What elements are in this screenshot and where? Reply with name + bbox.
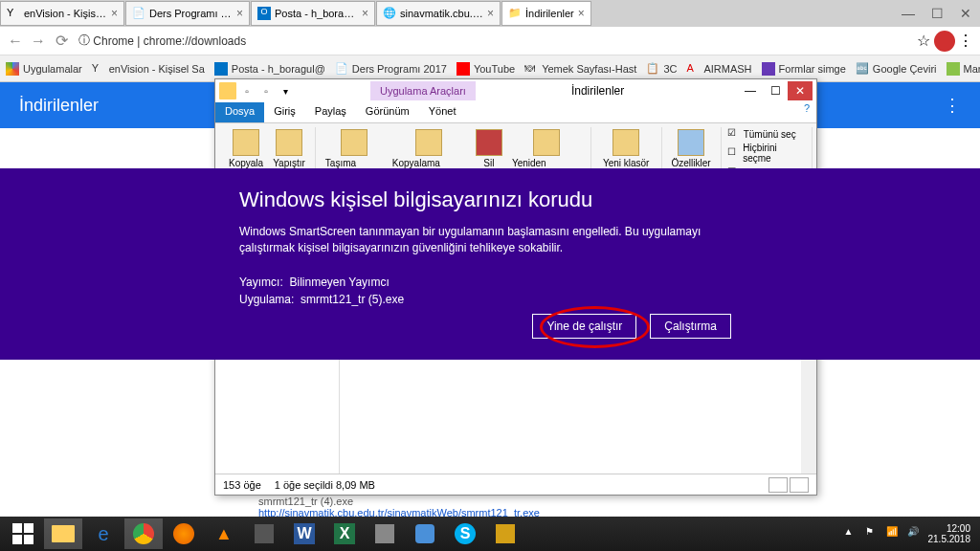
taskbar-app[interactable] [486, 518, 524, 549]
taskbar: e ▲ W X S ▲ ⚑ 📶 🔊 12:00 21.5.2018 [0, 517, 980, 551]
tab-label: sinavmatik.cbu.edu.tr/sin [400, 8, 483, 19]
youtube-icon [457, 62, 470, 76]
url-input[interactable]: ⓘ Chrome | chrome://downloads [73, 31, 913, 52]
taskbar-excel[interactable]: X [325, 518, 364, 549]
taskbar-app[interactable] [366, 518, 404, 549]
dialog-title: Windows kişisel bilgisayarınızı korudu [239, 187, 741, 212]
minimize-icon[interactable]: — [894, 2, 923, 25]
ribbon-tabs: Dosya Giriş Paylaş Görünüm Yönet ? [215, 102, 816, 123]
statusbar: 153 öğe 1 öğe seçildi 8,09 MB [215, 474, 816, 495]
explorer-titlebar[interactable]: ▫ ▫ ▾ Uygulama Araçları İndirilenler — ☐… [215, 79, 816, 102]
download-item[interactable]: smrmt121_tr (4).exe http://sinavmatik.cb… [258, 496, 540, 518]
view-details-button[interactable] [768, 477, 788, 493]
back-button[interactable]: ← [4, 30, 27, 53]
taskbar-skype[interactable]: S [446, 518, 484, 549]
menu-icon[interactable]: ⋮ [955, 31, 976, 52]
app-icon [496, 524, 515, 543]
browser-tab-active[interactable]: 📁İndirilenler× [501, 1, 591, 26]
forward-button[interactable]: → [27, 30, 50, 53]
tab-label: İndirilenler [525, 8, 574, 19]
qat-icon[interactable]: ▫ [257, 82, 275, 99]
taskbar-word[interactable]: W [285, 518, 323, 549]
context-tab[interactable]: Uygulama Araçları [370, 81, 476, 100]
view-icons-button[interactable] [790, 477, 809, 493]
run-anyway-button[interactable]: Yine de çalıştır [532, 314, 636, 339]
firefox-icon [173, 523, 194, 544]
tray-network-icon[interactable]: 📶 [886, 526, 902, 541]
minimize-icon[interactable]: — [738, 81, 763, 100]
taskbar-ie[interactable]: e [84, 518, 122, 549]
ribbon-tab-manage[interactable]: Yönet [419, 102, 466, 122]
bookmark-icon: Y [92, 62, 105, 76]
browser-tab[interactable]: OPosta - h_boragul@hotm× [251, 1, 375, 26]
close-icon[interactable]: × [487, 7, 494, 20]
taskbar-firefox[interactable] [165, 518, 203, 549]
bookmark-item[interactable]: YouTube [457, 62, 515, 76]
tab-label: Ders Programı 2017-201 [149, 8, 233, 19]
maximize-icon[interactable]: ☐ [763, 81, 788, 100]
bookmark-item[interactable]: 📋3C [646, 62, 677, 76]
bookmark-item[interactable]: YenVision - Kişisel Sa [92, 62, 205, 76]
browser-tab[interactable]: YenVision - Kişisel Sayfam× [0, 1, 124, 26]
dont-run-button[interactable]: Çalıştırma [650, 314, 731, 339]
tab-icon: 📄 [132, 7, 145, 20]
bookmark-icon: A [686, 62, 700, 76]
close-icon[interactable]: ✕ [951, 2, 980, 25]
tray-chevron-icon[interactable]: ▲ [844, 526, 859, 541]
properties-button[interactable]: Özellikler [668, 127, 715, 170]
bookmark-item[interactable]: 🔤Google Çeviri [856, 62, 937, 76]
close-icon[interactable]: × [111, 7, 118, 20]
tab-icon: O [257, 7, 271, 20]
taskbar-app[interactable] [245, 518, 283, 549]
help-icon[interactable]: ? [797, 102, 816, 122]
folder-icon [52, 525, 75, 542]
copy-button[interactable]: Kopyala [225, 127, 267, 170]
bookmark-item[interactable]: Marketagent.com: B [947, 62, 981, 76]
smartscreen-dialog: Windows kişisel bilgisayarınızı korudu W… [0, 168, 980, 360]
qat-icon[interactable]: ▫ [238, 82, 256, 99]
paste-icon [276, 129, 302, 156]
ribbon-tab-view[interactable]: Görünüm [356, 102, 419, 122]
taskbar-chrome[interactable] [124, 518, 163, 549]
taskbar-app[interactable] [406, 518, 444, 549]
menu-icon[interactable]: ⋮ [944, 95, 961, 116]
bookmark-item[interactable]: Formlar simge [762, 62, 846, 76]
maximize-icon[interactable]: ☐ [923, 2, 951, 25]
ribbon-tab-share[interactable]: Paylaş [305, 102, 356, 122]
newfolder-button[interactable]: Yeni klasör [599, 127, 654, 170]
tab-icon: Y [7, 7, 20, 20]
close-icon[interactable]: × [362, 7, 368, 20]
taskbar-explorer[interactable] [44, 518, 82, 549]
svg-rect-0 [12, 523, 22, 533]
selectnone-button[interactable]: ☐Hiçbirini seçme [727, 143, 806, 164]
bookmark-item[interactable]: AAIRMASH [686, 62, 751, 76]
qat-dropdown-icon[interactable]: ▾ [277, 82, 294, 99]
close-icon[interactable]: × [578, 7, 585, 20]
close-icon[interactable]: × [236, 7, 243, 20]
selectall-button[interactable]: ☑Tümünü seç [727, 127, 806, 141]
bookmark-item[interactable]: 📄Ders Programı 2017 [335, 62, 447, 76]
bookmark-item[interactable]: 🍽Yemek Sayfası-Hast [524, 62, 636, 76]
bookmark-icon: 📋 [646, 62, 659, 76]
apps-icon [6, 62, 19, 76]
reload-button[interactable]: ⟳ [50, 30, 73, 53]
app-icon [415, 524, 434, 543]
vlc-icon: ▲ [215, 524, 233, 544]
app-row: Uygulama: smrmt121_tr (5).exe [239, 293, 741, 306]
paste-button[interactable]: Yapıştır [269, 127, 309, 170]
clock[interactable]: 12:00 21.5.2018 [928, 523, 971, 544]
publisher-row: Yayımcı: Bilinmeyen Yayımcı [239, 276, 741, 289]
close-icon[interactable]: ✕ [788, 81, 813, 100]
browser-tab[interactable]: 🌐sinavmatik.cbu.edu.tr/sin× [376, 1, 501, 26]
tray-flag-icon[interactable]: ⚑ [865, 526, 880, 541]
tray-volume-icon[interactable]: 🔊 [907, 526, 923, 541]
extension-icon[interactable] [934, 31, 955, 52]
start-button[interactable] [4, 518, 42, 549]
star-icon[interactable]: ☆ [913, 31, 934, 52]
bookmark-item[interactable]: Posta - h_boragul@ [214, 62, 325, 76]
ribbon-tab-home[interactable]: Giriş [264, 102, 305, 122]
ribbon-tab-file[interactable]: Dosya [215, 102, 264, 122]
taskbar-vlc[interactable]: ▲ [205, 518, 243, 549]
apps-button[interactable]: Uygulamalar [6, 62, 82, 76]
browser-tab[interactable]: 📄Ders Programı 2017-201× [125, 1, 250, 26]
